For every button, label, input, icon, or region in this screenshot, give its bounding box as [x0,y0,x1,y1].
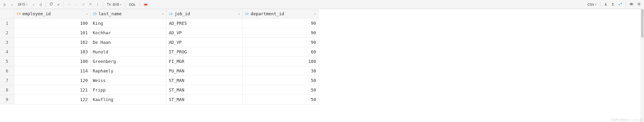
clone-row-button[interactable] [87,1,94,8]
column-header-job_id[interactable]: job_id◇ [166,9,242,19]
cell[interactable]: 100 [242,57,319,66]
cell[interactable]: PU_MAN [166,66,242,76]
last-page-button[interactable]: ›| [37,1,44,8]
minus-icon: − [75,3,77,7]
cell[interactable]: 122 [14,95,90,104]
download-icon [604,2,608,7]
cell[interactable]: 101 [14,28,90,38]
cell[interactable]: De Haan [90,38,166,47]
cell[interactable]: 103 [14,47,90,57]
row-number[interactable]: 7 [0,76,14,85]
cell[interactable]: 90 [242,38,319,47]
column-header-label: employee_id [22,11,51,16]
cell[interactable]: 90 [242,28,319,38]
stop-button[interactable]: ■ [55,1,62,8]
cell[interactable]: 50 [242,76,319,85]
cell[interactable]: AD_VP [166,28,242,38]
pin-button[interactable]: 📌 [142,1,149,8]
row-number[interactable]: 3 [0,38,14,47]
cell[interactable]: 30 [242,66,319,76]
cell[interactable]: 102 [14,38,90,47]
next-page-button[interactable]: › [30,1,36,8]
view-button[interactable] [628,1,635,8]
column-header-label: job_id [174,11,190,16]
cell[interactable]: ST_MAN [166,76,242,85]
row-number[interactable]: 8 [0,85,14,95]
sort-icon[interactable]: ◇ [162,12,164,16]
foreign-key-icon [169,12,173,16]
cell[interactable]: Greenberg [90,57,166,66]
clone-icon [88,2,92,7]
settings-button[interactable] [636,1,642,8]
revert-button[interactable]: ↺ [80,1,86,8]
row-count-dropdown[interactable]: 18 行 ▾ [16,1,30,8]
cell[interactable]: 50 [242,85,319,95]
row-number[interactable]: 2 [0,28,14,38]
gear-icon [637,2,641,7]
cell[interactable]: ST_MAN [166,85,242,95]
row-number[interactable]: 9 [0,95,14,104]
upload-button[interactable] [610,1,616,8]
sort-icon[interactable]: ◇ [86,12,88,16]
vertical-scrollbar[interactable] [641,9,644,122]
cell[interactable]: 60 [242,47,319,57]
tx-mode-label: Tx: 自动 [107,3,119,7]
download-button[interactable] [602,1,609,8]
separator [46,2,46,7]
column-icon [93,12,97,16]
cell[interactable]: King [90,19,166,28]
chevron-down-icon: ▾ [120,3,121,6]
chevron-down-icon: ▾ [26,3,28,6]
sort-icon[interactable]: ◇ [238,12,240,16]
prev-page-button[interactable]: ‹ [8,1,15,8]
column-header-department_id[interactable]: department_id◇ [242,9,319,19]
cell[interactable]: 108 [14,57,90,66]
row-number[interactable]: 6 [0,66,14,76]
svg-rect-8 [246,13,248,15]
cell[interactable]: 90 [242,19,319,28]
row-number[interactable]: 5 [0,57,14,66]
compare-button[interactable] [617,1,624,8]
reload-button[interactable] [48,1,54,8]
cell[interactable]: Weiss [90,76,166,85]
cell[interactable]: Raphaely [90,66,166,76]
cell[interactable]: 50 [242,95,319,104]
cell[interactable]: Fripp [90,85,166,95]
column-header-employee_id[interactable]: employee_id◇ [14,9,90,19]
compare-icon [618,2,622,7]
cell[interactable]: AD_PRES [166,19,242,28]
sort-icon[interactable]: ◇ [314,12,316,16]
ddl-button[interactable]: DDL [127,1,138,8]
cell[interactable]: Hunold [90,47,166,57]
first-page-button[interactable]: |‹ [2,1,8,8]
export-format-dropdown[interactable]: CSV ▾ [586,1,598,8]
export-format-label: CSV [588,3,594,7]
cell[interactable]: 120 [14,76,90,85]
submit-button[interactable]: ↥ [94,1,101,8]
separator [125,2,125,7]
row-number[interactable]: 4 [0,47,14,57]
column-header-label: last_name [98,11,122,16]
row-number[interactable]: 1 [0,19,14,28]
cell[interactable]: Kochhar [90,28,166,38]
cell[interactable]: 114 [14,66,90,76]
cell[interactable]: FI_MGR [166,57,242,66]
result-grid-wrap: employee_id◇last_name◇job_id◇department_… [0,9,644,122]
tx-mode-dropdown[interactable]: Tx: 自动 ▾ [105,1,123,8]
cell[interactable]: 121 [14,85,90,95]
cell[interactable]: Kaufling [90,95,166,104]
scrollbar-thumb[interactable] [641,9,644,38]
cell[interactable]: ST_MAN [166,95,242,104]
upload-icon [611,2,615,7]
add-row-button[interactable]: ＋ [66,1,72,8]
separator [600,2,600,7]
column-header-last_name[interactable]: last_name◇ [90,9,166,19]
last-page-icon: ›| [40,3,42,7]
remove-row-button[interactable]: − [73,1,80,8]
cell[interactable]: IT_PROG [166,47,242,57]
cell[interactable]: AD_VP [166,38,242,47]
arrow-up-icon: ↥ [96,3,99,7]
cell[interactable]: 100 [14,19,90,28]
undo-icon: ↺ [82,3,85,7]
row-number-header[interactable] [0,9,14,19]
